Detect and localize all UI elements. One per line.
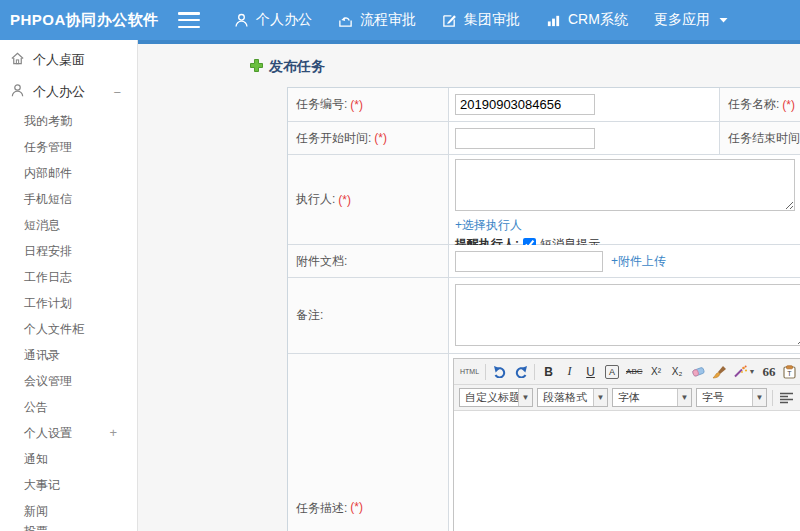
process-approval-icon <box>338 13 353 28</box>
sidebar-item-notice[interactable]: 通知 <box>0 446 137 472</box>
edit-square-icon <box>442 13 457 28</box>
task-number-input[interactable] <box>455 94 595 115</box>
editor-toolbar-row2: 自定义标题▼ 段落格式▼ 字体▼ 字号▼ <box>454 385 800 411</box>
sidebar-item-personal-office[interactable]: 个人办公 − <box>0 76 137 108</box>
required-mark: (*) <box>350 500 363 514</box>
sidebar-item-label: 个人桌面 <box>33 51 85 69</box>
nav-item-personal-office[interactable]: 个人办公 <box>234 11 312 29</box>
align-left-button[interactable] <box>777 388 796 408</box>
sidebar-item-label: 内部邮件 <box>24 160 72 186</box>
sidebar-item-news[interactable]: 新闻 <box>0 498 137 524</box>
sidebar-item-task-management[interactable]: 任务管理 <box>0 134 137 160</box>
nav-item-more-apps[interactable]: 更多应用 <box>654 11 728 29</box>
undo-button[interactable] <box>490 362 509 382</box>
nav-item-process-approval[interactable]: 流程审批 <box>338 11 416 29</box>
strikethrough-button[interactable]: ABC <box>624 362 644 382</box>
sidebar-item-sms[interactable]: 手机短信 <box>0 186 137 212</box>
sidebar-item-label: 工作计划 <box>24 290 72 316</box>
form-row-description: 任务描述:(*) HTML B I U A ABC X² <box>288 353 800 531</box>
sidebar-item-label: 我的考勤 <box>24 108 72 134</box>
collapse-minus-icon[interactable]: − <box>113 85 121 100</box>
remark-textarea[interactable] <box>455 284 800 346</box>
font-family-select[interactable]: 字体▼ <box>612 388 692 407</box>
svg-text:T: T <box>788 370 793 377</box>
nav-item-label: 更多应用 <box>654 11 710 29</box>
app-logo: PHPOA协同办公软件 <box>0 11 178 30</box>
nav-item-group-approval[interactable]: 集团审批 <box>442 11 520 29</box>
attachment-label: 附件文档: <box>288 245 448 277</box>
attachment-input[interactable] <box>455 251 603 272</box>
sidebar-item-label: 个人文件柜 <box>24 316 84 342</box>
task-form: 任务编号:(*) 任务名称:(*) 任务开始时间:(*) 任务结束时间:(*) <box>287 87 800 531</box>
italic-button[interactable]: I <box>560 362 579 382</box>
task-number-label: 任务编号:(*) <box>288 88 448 121</box>
redo-button[interactable] <box>511 362 530 382</box>
user-icon <box>234 13 249 28</box>
superscript-button[interactable]: X² <box>647 362 666 382</box>
magic-wand-button[interactable]: ▼ <box>731 362 758 382</box>
hamburger-menu-icon[interactable] <box>178 12 200 28</box>
sidebar-item-schedule[interactable]: 日程安排 <box>0 238 137 264</box>
sidebar-item-file-cabinet[interactable]: 个人文件柜 <box>0 316 137 342</box>
sidebar-item-meeting[interactable]: 会议管理 <box>0 368 137 394</box>
page-title: 发布任务 <box>250 58 325 76</box>
sidebar-item-work-log[interactable]: 工作日志 <box>0 264 137 290</box>
required-mark: (*) <box>374 131 387 145</box>
sidebar-item-label: 短消息 <box>24 212 60 238</box>
remark-label: 备注: <box>288 278 448 353</box>
select-arrow-icon: ▼ <box>518 389 532 406</box>
home-icon <box>10 51 25 69</box>
content-top-strip <box>138 40 800 44</box>
html-source-button[interactable]: HTML <box>458 362 481 382</box>
attachment-upload-link[interactable]: +附件上传 <box>611 253 666 270</box>
sidebar-item-label: 会议管理 <box>24 368 72 394</box>
required-mark: (*) <box>338 193 351 207</box>
sidebar-item-announcement[interactable]: 公告 <box>0 394 137 420</box>
toolbar-separator <box>772 390 773 406</box>
sidebar-item-events[interactable]: 大事记 <box>0 472 137 498</box>
subscript-button[interactable]: X₂ <box>668 362 687 382</box>
font-size-select[interactable]: 字号▼ <box>696 388 767 407</box>
blockquote-button[interactable]: 66 <box>759 362 778 382</box>
sidebar-item-vote[interactable]: 投票 <box>0 524 137 531</box>
form-row-task-number: 任务编号:(*) 任务名称:(*) <box>288 88 800 121</box>
form-row-time: 任务开始时间:(*) 任务结束时间:(*) <box>288 121 800 154</box>
bold-button[interactable]: B <box>539 362 558 382</box>
executor-textarea[interactable] <box>455 159 795 211</box>
underline-button[interactable]: U <box>581 362 600 382</box>
sidebar-item-attendance[interactable]: 我的考勤 <box>0 108 137 134</box>
nav-item-label: 集团审批 <box>464 11 520 29</box>
paragraph-format-select[interactable]: 段落格式▼ <box>537 388 608 407</box>
sidebar-item-short-message[interactable]: 短消息 <box>0 212 137 238</box>
editor-content-area[interactable] <box>454 411 800 531</box>
task-description-label: 任务描述:(*) <box>288 354 448 531</box>
paste-text-button[interactable]: T <box>780 362 799 382</box>
sidebar-item-label: 手机短信 <box>24 186 72 212</box>
editor-toolbar-row1: HTML B I U A ABC X² X₂ ▼ <box>454 359 800 385</box>
sidebar-item-contacts[interactable]: 通讯录 <box>0 342 137 368</box>
select-arrow-icon: ▼ <box>677 389 691 406</box>
navbar-menu: 个人办公 流程审批 集团审批 CRM系统 更多应用 <box>234 11 728 29</box>
start-time-input[interactable] <box>455 128 595 149</box>
nav-item-crm[interactable]: CRM系统 <box>546 11 628 29</box>
main-content: 发布任务 任务编号:(*) 任务名称:(*) 任务开始时间:(*) <box>138 40 800 531</box>
toolbar-separator <box>485 364 486 380</box>
format-brush-button[interactable] <box>710 362 729 382</box>
sidebar-item-desktop[interactable]: 个人桌面 <box>0 44 137 76</box>
sidebar-item-work-plan[interactable]: 工作计划 <box>0 290 137 316</box>
choose-executor-link[interactable]: +选择执行人 <box>455 218 522 232</box>
required-mark: (*) <box>350 98 363 112</box>
custom-heading-select[interactable]: 自定义标题▼ <box>459 388 533 407</box>
highlight-button[interactable]: A <box>605 365 619 379</box>
sidebar-item-label: 工作日志 <box>24 264 72 290</box>
expand-plus-icon[interactable]: + <box>109 420 117 446</box>
sidebar-item-label: 投票 <box>24 524 48 531</box>
eraser-button[interactable] <box>689 362 708 382</box>
top-navbar: PHPOA协同办公软件 个人办公 流程审批 集团审批 CRM系统 更多应用 <box>0 0 800 40</box>
sidebar-item-personal-settings[interactable]: 个人设置 + <box>0 420 137 446</box>
required-mark: (*) <box>782 98 795 112</box>
add-plus-icon <box>250 59 263 75</box>
page-title-text: 发布任务 <box>269 58 325 76</box>
user-icon <box>10 83 25 101</box>
sidebar-item-internal-mail[interactable]: 内部邮件 <box>0 160 137 186</box>
